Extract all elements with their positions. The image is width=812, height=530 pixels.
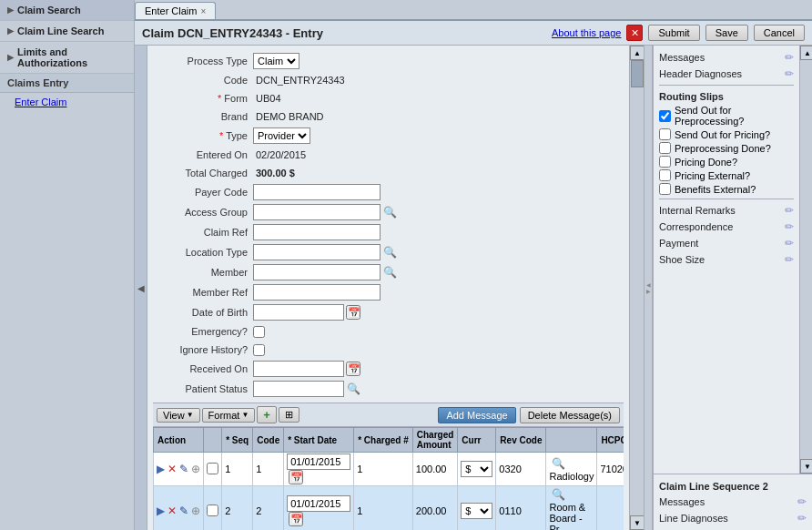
scroll-up-button[interactable]: ▲ bbox=[630, 46, 645, 60]
scroll-down-button[interactable]: ▼ bbox=[630, 515, 645, 530]
access-group-label: Access Group bbox=[153, 207, 253, 218]
add-line-button[interactable]: + bbox=[257, 406, 277, 423]
close-button[interactable]: ✕ bbox=[626, 25, 643, 41]
delete-message-button[interactable]: Delete Message(s) bbox=[520, 407, 620, 423]
bottom-line-diagnoses: Line Diagnoses ✏ bbox=[659, 510, 807, 526]
tab-enter-claim[interactable]: Enter Claim × bbox=[135, 2, 216, 19]
right-scroll-down[interactable]: ▼ bbox=[800, 459, 812, 474]
row1-curr-select[interactable]: $ bbox=[461, 461, 492, 477]
row2-checkbox[interactable] bbox=[207, 505, 218, 516]
type-select[interactable]: Provider bbox=[253, 127, 310, 144]
received-on-calendar-icon[interactable]: 📅 bbox=[346, 362, 360, 376]
row2-check bbox=[204, 486, 222, 531]
received-on-input[interactable] bbox=[253, 361, 344, 377]
member-search-icon[interactable]: 🔍 bbox=[382, 265, 397, 280]
member-ref-input[interactable] bbox=[253, 284, 381, 301]
patient-status-label: Patient Status bbox=[153, 383, 253, 394]
right-scroll-track bbox=[800, 60, 812, 459]
row1-calendar-icon[interactable]: 📅 bbox=[289, 470, 303, 484]
line-items-section: View ▼ Format ▼ + bbox=[153, 403, 624, 530]
routing-checkbox-4[interactable] bbox=[659, 169, 671, 181]
row1-delete-icon[interactable]: ✕ bbox=[167, 463, 177, 475]
row1-rev-search-icon[interactable]: 🔍 bbox=[551, 456, 565, 471]
routing-checkbox-3[interactable] bbox=[659, 156, 671, 168]
bottom-messages-edit-icon[interactable]: ✏ bbox=[797, 495, 807, 508]
header-diagnoses-edit-icon[interactable]: ✏ bbox=[785, 67, 794, 80]
format-dropdown[interactable]: Format ▼ bbox=[202, 408, 256, 423]
location-type-search-icon[interactable]: 🔍 bbox=[382, 245, 397, 260]
correspondence-edit-icon[interactable]: ✏ bbox=[785, 220, 794, 233]
row2-charged-num: 1 bbox=[354, 486, 413, 531]
access-group-input[interactable] bbox=[253, 204, 381, 220]
routing-checkbox-1[interactable] bbox=[659, 128, 671, 140]
table-row: ▶ ✕ ✎ ⊕ 2 2 bbox=[154, 486, 624, 531]
row1-rev-search: 🔍 Radiology bbox=[546, 453, 597, 486]
row2-rev-search-icon[interactable]: 🔍 bbox=[551, 487, 565, 502]
save-button[interactable]: Save bbox=[705, 25, 748, 41]
claim-ref-label: Claim Ref bbox=[153, 227, 253, 238]
row1-nav-icon[interactable]: ▶ bbox=[157, 463, 165, 475]
row1-actions: ▶ ✕ ✎ ⊕ bbox=[154, 453, 204, 486]
row1-charged-amt: 100.00 bbox=[412, 453, 458, 486]
patient-status-input[interactable] bbox=[253, 381, 344, 397]
emergency-checkbox[interactable] bbox=[253, 326, 265, 338]
splitter-handle[interactable] bbox=[644, 46, 653, 530]
routing-option-3: Pricing Done? bbox=[659, 155, 794, 168]
bottom-messages: Messages ✏ bbox=[659, 494, 807, 510]
routing-checkbox-2[interactable] bbox=[659, 142, 671, 154]
row2-delete-icon[interactable]: ✕ bbox=[167, 505, 177, 517]
row2-copy-icon[interactable]: ⊕ bbox=[191, 505, 200, 517]
row1-start-date-input[interactable] bbox=[287, 454, 350, 470]
routing-checkbox-5[interactable] bbox=[659, 183, 671, 195]
shoe-size-edit-icon[interactable]: ✏ bbox=[785, 253, 794, 266]
code-row: Code DCN_ENTRY24343 bbox=[153, 71, 624, 89]
payment-edit-icon[interactable]: ✏ bbox=[785, 237, 794, 250]
entered-on-value: 02/20/2015 bbox=[253, 148, 309, 161]
messages-edit-icon[interactable]: ✏ bbox=[785, 51, 794, 64]
ignore-history-checkbox[interactable] bbox=[253, 344, 265, 356]
edit-columns-button[interactable]: ⊞ bbox=[279, 407, 299, 423]
row2-start-date-input[interactable] bbox=[287, 495, 350, 512]
access-group-search-icon[interactable]: 🔍 bbox=[382, 205, 397, 219]
dob-calendar-icon[interactable]: 📅 bbox=[346, 305, 360, 320]
emergency-row: Emergency? bbox=[153, 322, 624, 341]
payer-code-input[interactable] bbox=[253, 184, 381, 200]
view-label: View bbox=[163, 410, 185, 421]
view-dropdown[interactable]: View ▼ bbox=[157, 408, 200, 423]
sidebar-section-claims-entry: Claims Entry bbox=[0, 74, 134, 93]
line-diagnoses-edit-icon[interactable]: ✏ bbox=[797, 512, 807, 525]
right-scroll-up[interactable]: ▲ bbox=[800, 46, 812, 60]
col-action: Action bbox=[154, 428, 204, 453]
sidebar-item-limits-auth[interactable]: ▶ Limits and Authorizations bbox=[0, 42, 134, 74]
process-type-select[interactable]: Claim bbox=[253, 53, 299, 69]
member-input[interactable] bbox=[253, 264, 381, 280]
location-type-input[interactable] bbox=[253, 244, 381, 260]
sidebar-item-claim-line-search[interactable]: ▶ Claim Line Search bbox=[0, 21, 134, 42]
sidebar-item-claim-search[interactable]: ▶ Claim Search bbox=[0, 0, 134, 21]
row1-checkbox[interactable] bbox=[207, 463, 218, 474]
row2-nav-icon[interactable]: ▶ bbox=[157, 505, 165, 517]
row2-edit-icon[interactable]: ✎ bbox=[179, 505, 188, 517]
member-ref-label: Member Ref bbox=[153, 287, 253, 298]
add-icon: + bbox=[263, 408, 270, 422]
routing-checkbox-0[interactable] bbox=[659, 110, 671, 122]
collapse-arrow[interactable]: ◀ bbox=[135, 46, 147, 530]
claim-line-seq-title: Claim Line Sequence 2 bbox=[659, 478, 807, 494]
about-page-link[interactable]: About this page bbox=[552, 27, 621, 38]
row1-copy-icon[interactable]: ⊕ bbox=[191, 463, 200, 475]
cancel-button[interactable]: Cancel bbox=[754, 25, 805, 41]
tab-close-icon[interactable]: × bbox=[200, 6, 206, 16]
row2-curr-select[interactable]: $ bbox=[461, 503, 492, 519]
claim-ref-input[interactable] bbox=[253, 224, 381, 240]
add-message-button[interactable]: Add Message bbox=[438, 407, 515, 423]
dob-input[interactable] bbox=[253, 304, 344, 321]
submit-button[interactable]: Submit bbox=[648, 25, 699, 41]
patient-status-search-icon[interactable]: 🔍 bbox=[346, 382, 360, 396]
row1-edit-icon[interactable]: ✎ bbox=[179, 463, 188, 475]
scroll-thumb[interactable] bbox=[631, 60, 644, 87]
internal-remarks-edit-icon[interactable]: ✏ bbox=[785, 204, 794, 217]
sidebar-sub-enter-claim[interactable]: Enter Claim bbox=[0, 93, 134, 111]
row2-calendar-icon[interactable]: 📅 bbox=[289, 512, 303, 526]
right-panel-content: Messages ✏ Header Diagnoses ✏ Routing Sl… bbox=[654, 46, 799, 474]
sidebar-item-limits-auth-label: Limits and Authorizations bbox=[17, 46, 127, 68]
